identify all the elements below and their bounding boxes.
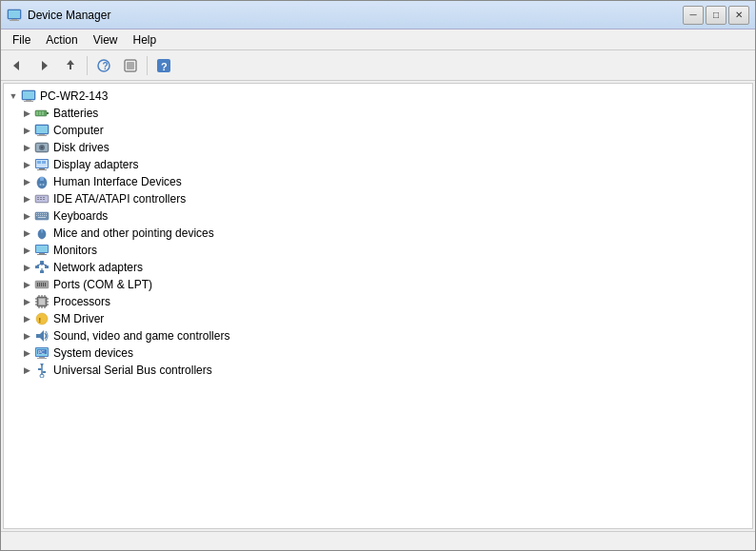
title-bar: Device Manager ─ □ ✕ xyxy=(1,1,755,30)
toggle-network[interactable]: ▶ xyxy=(19,259,34,276)
svg-rect-46 xyxy=(40,197,42,198)
sm-icon: ! xyxy=(34,311,50,326)
toggle-ports[interactable]: ▶ xyxy=(19,276,34,293)
properties-icon: ? xyxy=(96,58,111,73)
list-item[interactable]: ▶ PC System devices xyxy=(4,344,752,362)
display-icon xyxy=(34,157,50,172)
list-item[interactable]: ▶ Monitors xyxy=(4,242,752,259)
properties-button[interactable]: ? xyxy=(91,54,116,77)
hid-icon xyxy=(34,174,50,189)
forward-button[interactable] xyxy=(31,54,56,77)
window-title: Device Manager xyxy=(28,9,110,22)
menu-file[interactable]: File xyxy=(5,31,38,49)
up-button[interactable] xyxy=(58,54,83,77)
svg-rect-70 xyxy=(37,254,47,255)
svg-text:?: ? xyxy=(161,61,168,72)
svg-rect-22 xyxy=(42,111,44,115)
maximize-button[interactable]: □ xyxy=(706,6,726,25)
hid-label: Human Interface Devices xyxy=(53,175,182,188)
svg-rect-54 xyxy=(42,213,43,214)
list-item[interactable]: ▶ Universal Serial Bus controllers xyxy=(4,362,752,379)
usb-label: Universal Serial Bus controllers xyxy=(53,364,212,377)
toggle-ide[interactable]: ▶ xyxy=(19,190,34,207)
usb-icon xyxy=(34,363,50,378)
list-item[interactable]: ▶ Computer xyxy=(4,122,752,139)
toggle-disk[interactable]: ▶ xyxy=(19,139,34,156)
processor-icon xyxy=(34,294,50,309)
system-icon: PC xyxy=(34,345,50,361)
svg-rect-82 xyxy=(41,283,42,286)
list-item[interactable]: ▶ IDE ATA/ATAPI controllers xyxy=(4,190,752,207)
list-item[interactable]: ▶ Batteries xyxy=(4,105,752,122)
toggle-usb[interactable]: ▶ xyxy=(19,362,34,379)
root-item[interactable]: ▼ PC-WR2-143 xyxy=(4,88,752,105)
list-item[interactable]: ▶ Network adapters xyxy=(4,259,752,276)
menu-action[interactable]: Action xyxy=(38,31,85,49)
svg-rect-61 xyxy=(44,215,45,216)
menu-bar: File Action View Help xyxy=(1,30,755,50)
list-item[interactable]: ▶ Keyboards xyxy=(4,207,752,225)
toggle-keyboards[interactable]: ▶ xyxy=(19,207,34,225)
svg-text:?: ? xyxy=(103,61,109,71)
list-item[interactable]: ▶ Display adapters xyxy=(4,156,752,173)
title-bar-buttons: ─ □ ✕ xyxy=(683,6,749,25)
svg-rect-34 xyxy=(37,169,47,170)
toggle-batteries[interactable]: ▶ xyxy=(19,105,34,122)
toggle-processors[interactable]: ▶ xyxy=(19,293,34,310)
keyboard-icon xyxy=(34,208,50,224)
svg-rect-52 xyxy=(38,213,39,214)
monitors-icon xyxy=(34,243,50,258)
device-tree-panel[interactable]: ▼ PC-WR2-143 ▶ xyxy=(3,83,753,529)
up-icon xyxy=(63,58,78,73)
svg-rect-45 xyxy=(37,199,39,200)
device-tree: ▼ PC-WR2-143 ▶ xyxy=(4,84,752,383)
list-item[interactable]: ▶ Human Interface Devices xyxy=(4,173,752,190)
toggle-sound[interactable]: ▶ xyxy=(19,327,34,344)
svg-rect-55 xyxy=(44,213,45,214)
root-computer-icon xyxy=(21,89,36,104)
back-button[interactable] xyxy=(5,54,30,77)
toggle-hid[interactable]: ▶ xyxy=(19,173,34,190)
list-item[interactable]: ▶ Process xyxy=(4,293,752,310)
system-devices-label: System devices xyxy=(53,346,133,360)
svg-rect-26 xyxy=(37,135,47,136)
svg-rect-72 xyxy=(35,266,39,268)
svg-rect-1 xyxy=(9,10,20,18)
svg-marker-5 xyxy=(42,61,48,70)
menu-view[interactable]: View xyxy=(86,31,126,49)
close-button[interactable]: ✕ xyxy=(728,6,749,25)
svg-line-76 xyxy=(37,264,42,266)
svg-rect-49 xyxy=(43,199,45,200)
svg-marker-4 xyxy=(13,61,19,70)
toggle-monitors[interactable]: ▶ xyxy=(19,242,34,259)
list-item[interactable]: ▶ ! SM Driver xyxy=(4,310,752,327)
svg-point-41 xyxy=(43,184,45,186)
toggle-display[interactable]: ▶ xyxy=(19,156,34,173)
toggle-system[interactable]: ▶ xyxy=(19,344,34,362)
help-button[interactable]: ? xyxy=(151,54,176,77)
toggle-mice[interactable]: ▶ xyxy=(19,225,34,242)
processors-label: Processors xyxy=(53,295,110,308)
list-item[interactable]: ▶ Disk drives xyxy=(4,139,752,156)
root-toggle[interactable]: ▼ xyxy=(6,88,21,105)
svg-rect-58 xyxy=(38,215,39,216)
sound-label: Sound, video and game controllers xyxy=(53,329,229,343)
svg-rect-53 xyxy=(40,213,41,214)
title-bar-left: Device Manager xyxy=(7,8,110,23)
toggle-sm[interactable]: ▶ xyxy=(19,310,34,327)
svg-rect-19 xyxy=(47,112,49,114)
toggle-computer[interactable]: ▶ xyxy=(19,122,34,139)
svg-marker-110 xyxy=(40,364,44,366)
list-item[interactable]: ▶ Ports (COM & LPT) xyxy=(4,276,752,293)
separator-2 xyxy=(147,56,148,75)
svg-rect-56 xyxy=(46,213,47,214)
minimize-button[interactable]: ─ xyxy=(683,6,704,25)
separator-1 xyxy=(87,56,88,75)
svg-rect-87 xyxy=(39,299,45,305)
svg-rect-17 xyxy=(24,101,33,102)
menu-help[interactable]: Help xyxy=(126,31,165,49)
svg-text:!: ! xyxy=(39,316,42,325)
update-button[interactable] xyxy=(118,54,143,77)
list-item[interactable]: ▶ Mice and other pointing devices xyxy=(4,225,752,242)
list-item[interactable]: ▶ Sound, video and game controllers xyxy=(4,327,752,344)
